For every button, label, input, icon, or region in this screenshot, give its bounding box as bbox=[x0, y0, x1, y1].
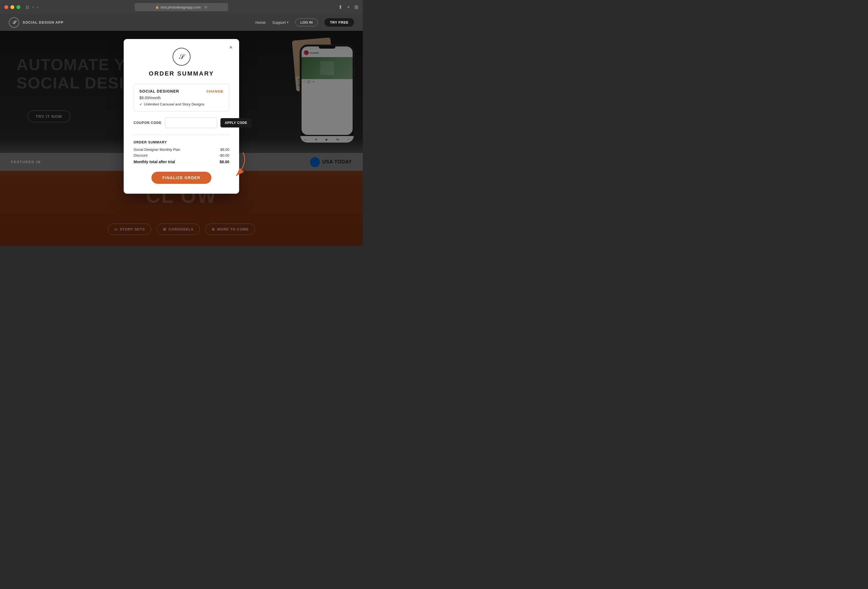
url-text: test.photodesignapp.com bbox=[161, 5, 201, 9]
nav-brand: SOCIAL DESIGN APP bbox=[22, 20, 63, 25]
finalize-order-button[interactable]: FINALIZE ORDER bbox=[151, 172, 211, 184]
plan-change-link[interactable]: CHANGE bbox=[207, 89, 223, 93]
nav-support-dropdown[interactable]: Support ▾ bbox=[272, 20, 289, 25]
window-layout-icon[interactable]: ⊡ bbox=[26, 5, 29, 9]
nav-home-link[interactable]: Home bbox=[255, 20, 266, 25]
chrome-right-icons: ⬆ + ⊞ bbox=[338, 4, 359, 10]
order-line1-label: Social Designer Monthly Plan bbox=[134, 147, 180, 152]
coupon-label: COUPON CODE bbox=[134, 121, 162, 125]
window-controls: ⊡ ‹ › bbox=[26, 5, 38, 9]
modal-logo-symbol: 𝒮 bbox=[179, 53, 184, 61]
order-total-label: Monthly total after trial bbox=[134, 160, 175, 164]
plan-feature: ✓ Unlimited Carousel and Story Designs bbox=[139, 102, 223, 106]
refresh-icon[interactable]: ↻ bbox=[205, 5, 208, 9]
plan-card: SOCIAL DESIGNER CHANGE $8.00/month ✓ Unl… bbox=[134, 84, 229, 112]
share-icon[interactable]: ⬆ bbox=[338, 4, 342, 10]
order-line2-value: -$0.00 bbox=[219, 153, 229, 158]
back-icon[interactable]: ‹ bbox=[32, 5, 34, 9]
chevron-down-icon: ▾ bbox=[287, 21, 289, 24]
checkmark-icon: ✓ bbox=[139, 102, 142, 106]
nav-logo-area: 𝒮 SOCIAL DESIGN APP bbox=[9, 17, 63, 28]
order-total-line: Monthly total after trial $8.00 bbox=[134, 160, 229, 164]
lock-icon: 🔒 bbox=[155, 6, 159, 9]
order-line-plan: Social Designer Monthly Plan $8.00 bbox=[134, 147, 229, 152]
maximize-traffic-light[interactable] bbox=[16, 5, 20, 9]
order-summary-section: ORDER SUMMARY Social Designer Monthly Pl… bbox=[134, 140, 229, 164]
site-nav: 𝒮 SOCIAL DESIGN APP Home Support ▾ LOG I… bbox=[0, 14, 363, 31]
modal-logo: 𝒮 bbox=[134, 48, 229, 66]
new-tab-icon[interactable]: + bbox=[347, 4, 350, 10]
order-line1-value: $8.00 bbox=[220, 147, 229, 152]
modal-logo-circle: 𝒮 bbox=[173, 48, 190, 66]
order-line2-label: Discount bbox=[134, 153, 148, 158]
finalize-button-wrap: FINALIZE ORDER bbox=[134, 172, 229, 184]
coupon-section: COUPON CODE APPLY CODE bbox=[134, 118, 229, 128]
nav-support-label: Support bbox=[272, 20, 286, 25]
modal-title: ORDER SUMMARY bbox=[134, 70, 229, 77]
plan-header: SOCIAL DESIGNER CHANGE bbox=[139, 89, 223, 93]
page-background: AUTOMATE Y SOCIAL DESI TRY IT NOW SAVETH… bbox=[0, 31, 363, 246]
traffic-lights bbox=[4, 5, 20, 9]
modal-close-button[interactable]: × bbox=[227, 43, 235, 51]
modal-overlay[interactable]: × 𝒮 ORDER SUMMARY SOCIAL DESIGNER CHANGE… bbox=[0, 31, 363, 246]
minimize-traffic-light[interactable] bbox=[10, 5, 14, 9]
plan-name: SOCIAL DESIGNER bbox=[139, 89, 179, 93]
coupon-input[interactable] bbox=[165, 118, 217, 128]
forward-icon[interactable]: › bbox=[37, 5, 38, 9]
apply-code-button[interactable]: APPLY CODE bbox=[220, 118, 252, 128]
tab-overview-icon[interactable]: ⊞ bbox=[354, 4, 359, 10]
window-chrome: ⊡ ‹ › 🔒 test.photodesignapp.com ↻ ⬆ + ⊞ bbox=[0, 0, 363, 14]
plan-feature-text: Unlimited Carousel and Story Designs bbox=[144, 102, 205, 106]
close-traffic-light[interactable] bbox=[4, 5, 8, 9]
order-total-value: $8.00 bbox=[220, 160, 229, 164]
nav-try-free-button[interactable]: TRY FREE bbox=[324, 18, 354, 27]
nav-login-button[interactable]: LOG IN bbox=[295, 18, 318, 27]
url-bar[interactable]: 🔒 test.photodesignapp.com ↻ bbox=[135, 3, 228, 11]
nav-logo: 𝒮 bbox=[9, 17, 19, 28]
nav-right: Home Support ▾ LOG IN TRY FREE bbox=[255, 18, 354, 27]
nav-logo-symbol: 𝒮 bbox=[13, 20, 16, 25]
order-line-discount: Discount -$0.00 bbox=[134, 153, 229, 158]
order-summary-modal: × 𝒮 ORDER SUMMARY SOCIAL DESIGNER CHANGE… bbox=[124, 39, 239, 194]
plan-price: $8.00/month bbox=[139, 96, 223, 100]
order-summary-section-title: ORDER SUMMARY bbox=[134, 140, 229, 144]
